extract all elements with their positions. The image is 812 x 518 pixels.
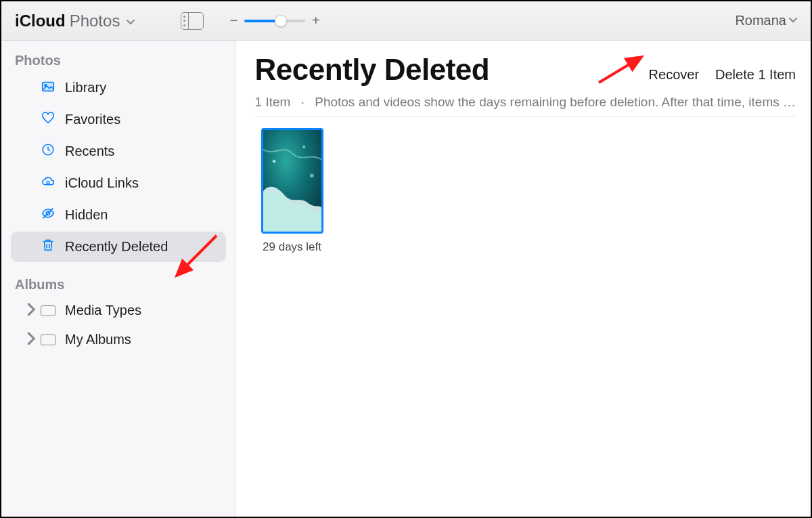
- sidebar-item-my-albums[interactable]: My Albums: [11, 326, 226, 353]
- sidebar-item-label: Media Types: [65, 303, 141, 318]
- library-icon: [41, 79, 55, 97]
- sidebar-section-albums: Albums: [1, 272, 235, 295]
- sidebar-item-label: Hidden: [65, 207, 108, 223]
- sidebar-item-label: Recently Deleted: [65, 239, 168, 255]
- zoom-out-button[interactable]: −: [229, 13, 238, 28]
- chevron-right-icon: [24, 331, 39, 348]
- zoom-knob[interactable]: [275, 15, 287, 27]
- sidebar-item-media-types[interactable]: Media Types: [11, 297, 226, 324]
- eye-slash-icon: [41, 206, 55, 224]
- album-icon: [41, 334, 55, 345]
- page-title: Recently Deleted: [255, 53, 490, 87]
- recover-button[interactable]: Recover: [649, 67, 699, 83]
- sidebar-section-photos: Photos: [1, 47, 235, 71]
- brand-secondary: Photos: [70, 12, 120, 30]
- cloud-link-icon: [41, 174, 55, 192]
- delete-button[interactable]: Delete 1 Item: [715, 67, 796, 83]
- sidebar-item-recents[interactable]: Recents: [11, 136, 226, 167]
- sidebar-item-recently-deleted[interactable]: Recently Deleted: [11, 232, 226, 262]
- chevron-down-icon: [127, 18, 135, 28]
- zoom-slider: − +: [229, 13, 319, 28]
- sidebar-item-label: Recents: [65, 144, 114, 159]
- clock-icon: [41, 142, 55, 160]
- content-area: Recently Deleted Recover Delete 1 Item 1…: [236, 41, 811, 517]
- app-title-dropdown[interactable]: iCloud Photos: [15, 12, 135, 30]
- svg-point-10: [272, 160, 275, 163]
- album-icon: [41, 305, 55, 316]
- sidebar-item-label: iCloud Links: [65, 175, 139, 191]
- sidebar-item-label: Favorites: [65, 112, 120, 127]
- photo-grid: 29 days left: [255, 117, 796, 254]
- sidebar-item-hidden[interactable]: Hidden: [11, 200, 226, 230]
- sidebar-item-icloud-links[interactable]: iCloud Links: [11, 168, 226, 198]
- separator-dot: ·: [301, 95, 304, 109]
- svg-line-5: [43, 209, 53, 219]
- zoom-in-button[interactable]: +: [312, 13, 320, 28]
- brand-primary: iCloud: [15, 12, 66, 30]
- trash-icon: [41, 238, 55, 256]
- svg-point-11: [302, 146, 305, 148]
- svg-point-12: [310, 173, 314, 177]
- account-name: Romana: [735, 13, 786, 28]
- photo-item: 29 days left: [255, 128, 330, 254]
- sidebar-toggle-button[interactable]: [181, 12, 204, 30]
- photo-caption: 29 days left: [255, 240, 330, 254]
- chevron-right-icon: [24, 302, 39, 319]
- sidebar-item-library[interactable]: Library: [11, 72, 226, 103]
- zoom-track[interactable]: [244, 20, 305, 22]
- meta-row: 1 Item · Photos and videos show the days…: [255, 87, 796, 117]
- meta-hint: Photos and videos show the days remainin…: [315, 95, 796, 109]
- sidebar: Photos Library Favorites Recents: [1, 41, 236, 517]
- account-menu[interactable]: Romana: [735, 13, 797, 28]
- sidebar-item-label: My Albums: [65, 332, 131, 347]
- action-bar: Recover Delete 1 Item: [649, 67, 796, 87]
- heart-icon: [41, 110, 55, 129]
- sidebar-item-favorites[interactable]: Favorites: [11, 104, 226, 135]
- item-count: 1 Item: [255, 95, 291, 109]
- sidebar-item-label: Library: [65, 80, 106, 95]
- photo-thumbnail[interactable]: [261, 128, 323, 234]
- toolbar: iCloud Photos − + Romana: [1, 1, 811, 41]
- chevron-down-icon: [789, 16, 797, 26]
